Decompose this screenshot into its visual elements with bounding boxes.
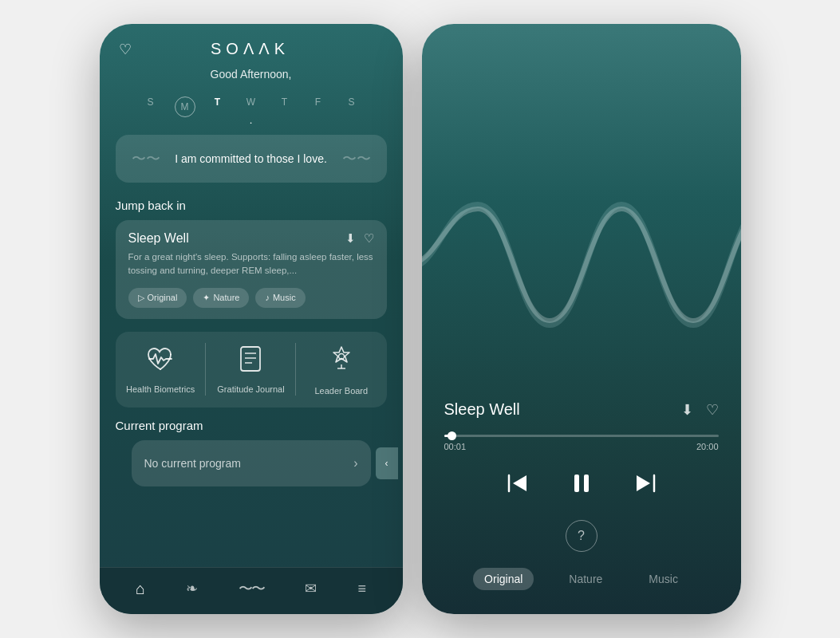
program-arrow-icon: › [353, 456, 357, 471]
nature-icon: ✦ [203, 293, 210, 303]
favorite-icon[interactable]: ♡ [364, 231, 374, 246]
time-total: 20:00 [696, 442, 719, 451]
sleep-card-header: Sleep Well ⬇ ♡ [128, 231, 374, 246]
day-M: M [175, 96, 194, 117]
day-S1: S [141, 96, 160, 117]
audio-tab-nature[interactable]: ✦ Nature [193, 288, 249, 308]
shortcut-leaderboard[interactable]: Leader Board [296, 332, 386, 408]
greeting-text: Good Afternoon, [100, 65, 403, 90]
gratitude-journal-icon [238, 345, 263, 377]
phone-left: ♡ SOΛΛK Good Afternoon, S M T W T F S • … [100, 24, 403, 614]
sleep-card-title: Sleep Well [128, 231, 189, 246]
current-program-label: Current program [100, 408, 403, 440]
program-card[interactable]: No current program › [132, 440, 371, 486]
day-W: W [242, 96, 261, 117]
days-row: S M T W T F S [100, 90, 403, 117]
app-container: ♡ SOΛΛK Good Afternoon, S M T W T F S • … [0, 0, 840, 638]
pause-button[interactable] [569, 471, 594, 501]
health-biometrics-label: Health Biometrics [126, 384, 195, 395]
player-title: Sleep Well [444, 400, 520, 419]
progress-track[interactable] [444, 435, 719, 437]
gratitude-journal-label: Gratitude Journal [217, 384, 284, 395]
nav-waves[interactable]: 〜〜 [239, 579, 264, 598]
leaderboard-label: Leader Board [314, 385, 368, 396]
leaderboard-icon [328, 345, 355, 379]
mode-tab-original[interactable]: Original [473, 568, 534, 590]
nav-messages[interactable]: ✉ [305, 580, 317, 597]
progress-container[interactable]: 00:01 20:00 [444, 435, 719, 451]
progress-fill [444, 435, 452, 437]
phone-right: Sleep Well ⬇ ♡ 00:01 20:00 [422, 24, 741, 614]
music-tab-label: Music [273, 293, 296, 302]
bottom-nav: ⌂ ❧ 〜〜 ✉ ≡ [100, 567, 403, 614]
health-biometrics-icon [144, 345, 176, 377]
nav-wellness[interactable]: ❧ [186, 580, 198, 597]
shortcut-health-biometrics[interactable]: Health Biometrics [116, 332, 206, 408]
time-row: 00:01 20:00 [444, 442, 719, 451]
controls-row [444, 471, 719, 501]
affirmation-card: 〜〜 I am committed to those I love. 〜〜 [116, 135, 387, 183]
player-header-icons: ⬇ ♡ [681, 401, 719, 419]
svg-rect-9 [574, 475, 579, 492]
original-tab-label: Original [148, 293, 178, 302]
player-section: Sleep Well ⬇ ♡ 00:01 20:00 [422, 384, 741, 614]
svg-marker-8 [513, 475, 526, 491]
audio-tab-music[interactable]: ♪ Music [255, 288, 305, 308]
sleep-card-actions: ⬇ ♡ [345, 231, 374, 246]
svg-rect-0 [241, 347, 260, 371]
nav-menu[interactable]: ≡ [357, 581, 366, 597]
skip-forward-button[interactable] [634, 471, 658, 501]
play-icon: ▷ [138, 293, 144, 303]
nav-home[interactable]: ⌂ [136, 580, 145, 598]
jump-back-in-label: Jump back in [100, 192, 403, 220]
wave-left-icon: 〜〜 [132, 149, 160, 168]
day-S2: S [342, 96, 361, 117]
music-icon: ♪ [265, 293, 270, 302]
mode-tab-nature[interactable]: Nature [558, 568, 613, 590]
day-T2: T [275, 96, 294, 117]
affirmation-text: I am committed to those I love. [167, 152, 336, 165]
shortcuts-row: Health Biometrics Gratitude Journal [116, 332, 387, 408]
day-T1: T [208, 96, 227, 117]
nature-tab-label: Nature [213, 293, 239, 302]
heart-icon[interactable]: ♡ [119, 41, 132, 58]
top-bar: ♡ SOΛΛK [100, 24, 403, 65]
dot-indicator: • [100, 117, 403, 125]
program-text: No current program [144, 457, 241, 470]
player-header: Sleep Well ⬇ ♡ [444, 400, 719, 419]
download-icon[interactable]: ⬇ [345, 231, 356, 246]
waveform-area [422, 24, 741, 384]
help-button[interactable]: ? [566, 520, 597, 552]
time-current: 00:01 [444, 442, 467, 451]
skip-back-button[interactable] [505, 471, 529, 501]
svg-marker-12 [637, 475, 650, 491]
wave-right-icon: 〜〜 [342, 149, 371, 168]
day-F: F [309, 96, 328, 117]
sleep-card-description: For a great night's sleep. Supports: fal… [128, 250, 374, 278]
collapse-handle[interactable]: ‹ [376, 447, 398, 479]
mode-tab-music[interactable]: Music [637, 568, 689, 590]
audio-tabs: ▷ Original ✦ Nature ♪ Music [128, 288, 374, 308]
svg-rect-10 [584, 475, 589, 492]
mode-tabs: Original Nature Music [444, 568, 719, 590]
sleep-card: Sleep Well ⬇ ♡ For a great night's sleep… [116, 220, 387, 319]
audio-tab-original[interactable]: ▷ Original [128, 288, 187, 308]
help-icon: ? [578, 529, 585, 543]
app-logo: SOΛΛK [211, 40, 290, 58]
day-M-circle[interactable]: M [175, 96, 195, 117]
player-favorite-icon[interactable]: ♡ [706, 401, 719, 419]
player-download-icon[interactable]: ⬇ [681, 401, 693, 419]
shortcut-gratitude-journal[interactable]: Gratitude Journal [206, 332, 296, 408]
